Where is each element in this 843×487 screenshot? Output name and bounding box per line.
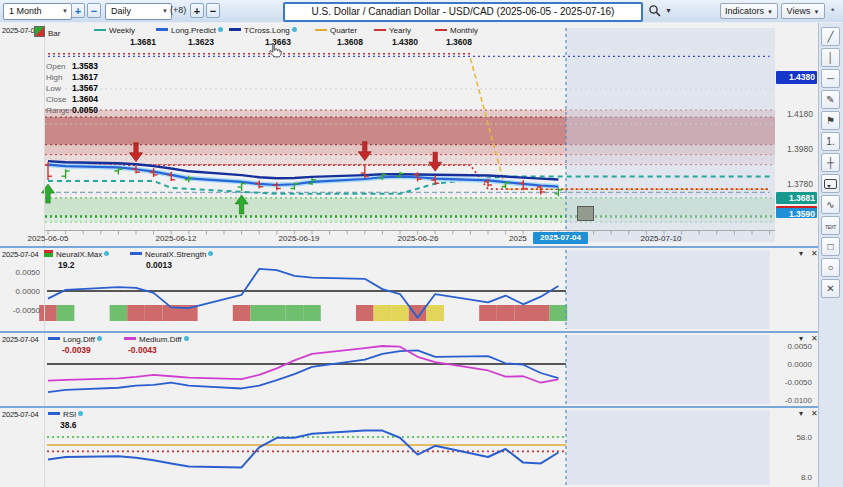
flag-tool-button[interactable]: ⚑ bbox=[821, 111, 840, 130]
legend-item-long-diff[interactable]: Long.Diff bbox=[48, 335, 102, 344]
main-chart-canvas[interactable] bbox=[0, 24, 843, 246]
ohlc-high-row: High1.3617 bbox=[46, 72, 98, 83]
legend-item-neuralx-max[interactable]: NeuralX.Max bbox=[44, 250, 109, 259]
panel-close-button[interactable]: ✕ bbox=[811, 250, 818, 258]
zoom-in-button[interactable]: + bbox=[71, 3, 85, 18]
info-dot-icon[interactable] bbox=[184, 336, 189, 341]
info-dot-icon[interactable] bbox=[104, 251, 109, 256]
panel-close-button[interactable]: ✕ bbox=[811, 335, 818, 343]
trendline-tool-button[interactable]: ╱ bbox=[821, 27, 840, 46]
info-dot-icon[interactable] bbox=[97, 336, 102, 341]
zoom-out-button[interactable]: − bbox=[87, 3, 101, 18]
date-tick: 2025-06-19 bbox=[279, 234, 320, 243]
horizontal-line-tool-button[interactable]: ─ bbox=[821, 69, 840, 88]
info-dot-icon[interactable] bbox=[208, 251, 213, 256]
date-tick: 2025-06-26 bbox=[398, 234, 439, 243]
chevron-down-icon: ▼ bbox=[162, 4, 168, 19]
rsi-line-icon bbox=[48, 412, 60, 415]
ellipse-tool-button[interactable]: ○ bbox=[821, 258, 840, 277]
divider bbox=[44, 248, 45, 331]
tcross-long-value: 1.3663 bbox=[265, 37, 291, 47]
neuralx-strength-value: 0.0013 bbox=[146, 260, 172, 270]
price-tick: 1.3980 bbox=[775, 144, 813, 154]
search-icon[interactable] bbox=[648, 4, 662, 18]
legend-label: TCross.Long bbox=[244, 26, 290, 35]
chevron-down-icon[interactable]: ▼ bbox=[665, 7, 672, 14]
axis-label: -0.0050 bbox=[2, 306, 40, 315]
symbol-title[interactable]: U.S. Dollar / Canadian Dollar - USD/CAD … bbox=[283, 2, 643, 22]
axis-label: 0.0050 bbox=[2, 268, 40, 277]
vertical-line-icon: │ bbox=[827, 52, 833, 63]
legend-label: Bar bbox=[48, 29, 60, 38]
legend-label: Medium.Diff bbox=[139, 335, 182, 344]
remove-bars-button[interactable]: − bbox=[206, 3, 220, 18]
views-button[interactable]: Views▼ bbox=[781, 3, 825, 19]
period-select-value: Daily bbox=[111, 6, 131, 16]
indicators-button-label: Indicators bbox=[725, 6, 764, 16]
legend-item-medium-diff[interactable]: Medium.Diff bbox=[124, 335, 189, 344]
vertical-line-tool-button[interactable]: │ bbox=[821, 48, 840, 67]
legend-label: NeuralX.Strength bbox=[145, 250, 206, 259]
legend-label: Yearly bbox=[389, 26, 411, 35]
ohlc-low-value: 1.3567 bbox=[72, 83, 98, 93]
quarter-value: 1.3608 bbox=[337, 37, 363, 47]
legend-label: RSI bbox=[63, 410, 76, 419]
legend-label: Weekly bbox=[109, 26, 135, 35]
tcross-long-line-icon bbox=[229, 28, 241, 31]
panel-collapse-button[interactable]: ▾ bbox=[799, 335, 803, 343]
legend-item-quarter[interactable]: Quarter bbox=[315, 26, 357, 35]
info-dot-icon[interactable] bbox=[292, 27, 297, 32]
rsi-canvas[interactable] bbox=[0, 408, 843, 487]
rectangle-tool-button[interactable]: □ bbox=[821, 237, 840, 256]
long-diff-value: -0.0039 bbox=[62, 345, 91, 355]
price-axis: 1.4380 1.4180 1.3980 1.3780 1.3681 1.359… bbox=[775, 24, 818, 246]
legend-item-neuralx-strength[interactable]: NeuralX.Strength bbox=[130, 250, 213, 259]
axis-label: 0.0050 bbox=[778, 342, 812, 351]
date-tick: 2025-06-12 bbox=[156, 234, 197, 243]
legend-item-tcross-long[interactable]: TCross.Long bbox=[229, 26, 297, 35]
range-select[interactable]: 1 Month ▼ bbox=[3, 3, 72, 20]
ohlc-label: Close bbox=[46, 94, 72, 105]
panel-collapse-button[interactable]: ▾ bbox=[799, 410, 803, 418]
axis-label: 58.0 bbox=[778, 433, 812, 442]
axis-label: 0.0000 bbox=[778, 360, 812, 369]
weekly-value: 1.3681 bbox=[130, 37, 156, 47]
number-note-icon: 1. bbox=[826, 136, 834, 147]
legend-item-monthly[interactable]: Monthly bbox=[435, 26, 478, 35]
pencil-tool-button[interactable]: ✎ bbox=[821, 90, 840, 109]
legend-item-rsi[interactable]: RSI bbox=[48, 410, 83, 419]
drag-handle[interactable] bbox=[577, 206, 594, 221]
callout-tool-button[interactable] bbox=[821, 174, 840, 193]
legend-item-weekly[interactable]: Weekly bbox=[94, 26, 135, 35]
divider bbox=[44, 24, 45, 246]
ohlc-label: Open bbox=[46, 61, 72, 72]
pencil-icon: ✎ bbox=[826, 94, 834, 105]
legend-item-long-predict[interactable]: Long.Predict bbox=[156, 26, 223, 35]
indicators-button[interactable]: Indicators▼ bbox=[720, 3, 778, 19]
number-note-tool-button[interactable]: 1. bbox=[821, 132, 840, 151]
ohlc-low-row: Low1.3567 bbox=[46, 83, 98, 94]
ohlc-label: Low bbox=[46, 83, 72, 94]
crosshair-tool-button[interactable]: ┼ bbox=[821, 153, 840, 172]
price-badge-last: 1.3590 bbox=[776, 206, 817, 218]
period-select[interactable]: Daily ▼ bbox=[105, 3, 172, 20]
info-dot-icon[interactable] bbox=[218, 27, 223, 32]
legend-item-yearly[interactable]: Yearly bbox=[374, 26, 411, 35]
diff-panel: 2025-07-04 Long.Diff Medium.Diff -0.0039… bbox=[0, 333, 843, 406]
legend-item-bar[interactable]: Bar bbox=[34, 26, 60, 38]
neuralx-panel: 2025-07-04 NeuralX.Max NeuralX.Strength … bbox=[0, 248, 843, 331]
wave-tool-button[interactable]: ∿ bbox=[821, 195, 840, 214]
ohlc-high-value: 1.3617 bbox=[72, 72, 98, 82]
ohlc-close-value: 1.3604 bbox=[72, 94, 98, 104]
date-tick: 2025-06-05 bbox=[28, 234, 69, 243]
add-bars-button[interactable]: + bbox=[190, 3, 204, 18]
info-dot-icon[interactable] bbox=[78, 411, 83, 416]
text-tool-button[interactable]: TEXT bbox=[821, 216, 840, 235]
medium-diff-value: -0.0043 bbox=[128, 345, 157, 355]
neuralx-canvas[interactable] bbox=[0, 248, 843, 331]
neuralx-max-icon bbox=[44, 250, 53, 257]
price-tick: 1.3780 bbox=[775, 179, 813, 189]
delete-tool-button[interactable]: ✕ bbox=[821, 279, 840, 298]
panel-collapse-button[interactable]: ▾ bbox=[799, 250, 803, 258]
panel-close-button[interactable]: ✕ bbox=[811, 410, 818, 418]
